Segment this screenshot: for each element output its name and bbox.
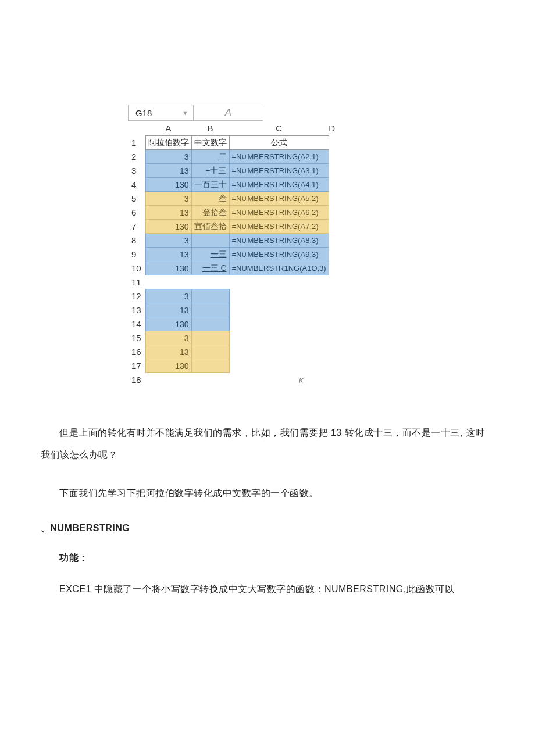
cell[interactable]: 13 <box>145 303 191 317</box>
row-header[interactable]: 10 <box>128 261 145 275</box>
row-header[interactable]: 17 <box>128 359 145 373</box>
row-header[interactable]: 9 <box>128 248 145 261</box>
cell[interactable]: 13 <box>145 206 191 220</box>
col-header-A[interactable]: A <box>145 121 191 136</box>
cell[interactable] <box>329 345 335 359</box>
formula-bar[interactable]: A <box>194 105 263 121</box>
cell[interactable]: 130 <box>145 178 191 192</box>
cell[interactable] <box>229 275 329 289</box>
cell[interactable]: −十三 <box>191 164 229 178</box>
cell[interactable]: 一百三十 <box>191 178 229 192</box>
col-header-C[interactable]: C <box>229 121 329 136</box>
cell[interactable] <box>329 150 335 164</box>
cell[interactable]: =N∪MBERSTRING(A2,1) <box>229 150 329 164</box>
row-header[interactable]: 1 <box>128 136 145 150</box>
cell[interactable] <box>145 275 191 289</box>
cell[interactable]: =N∪MBERSTRING(A9,3) <box>229 248 329 261</box>
cell[interactable] <box>329 136 335 150</box>
cell[interactable]: =NUMBERSTR1NG(A1O,3) <box>229 261 329 275</box>
table-row: 6 13 登拾叁 =N∪MBERSTRING(A6,2) <box>128 206 335 220</box>
cell[interactable] <box>229 345 329 359</box>
col-header-B[interactable]: B <box>191 121 229 136</box>
cell[interactable] <box>191 234 229 248</box>
cell[interactable] <box>229 331 329 345</box>
row-header[interactable]: 14 <box>128 317 145 331</box>
row-header[interactable]: 5 <box>128 192 145 206</box>
cell[interactable]: 一三 <box>191 248 229 261</box>
row-header[interactable]: 6 <box>128 206 145 220</box>
cell[interactable]: 登拾叁 <box>191 206 229 220</box>
cell[interactable] <box>191 359 229 373</box>
cell[interactable] <box>191 373 229 387</box>
cell[interactable] <box>329 192 335 206</box>
cell[interactable]: =N∪MBERSTRING(A5,2) <box>229 192 329 206</box>
name-box-value: G18 <box>135 108 152 118</box>
cell[interactable] <box>329 359 335 373</box>
row-header[interactable]: 12 <box>128 289 145 303</box>
cell[interactable]: =N∪MBERSTRING(A4,1) <box>229 178 329 192</box>
cell[interactable]: 130 <box>145 220 191 234</box>
cell[interactable] <box>329 234 335 248</box>
cell[interactable] <box>229 289 329 303</box>
cell[interactable]: 13 <box>145 248 191 261</box>
cell[interactable] <box>229 359 329 373</box>
cell[interactable]: 130 <box>145 317 191 331</box>
cell[interactable]: =N∪MBERSTRING(A7,2) <box>229 220 329 234</box>
cell[interactable]: κ <box>229 373 329 387</box>
cell[interactable]: 阿拉伯数字 <box>145 136 191 150</box>
cell[interactable]: 公式 <box>229 136 329 150</box>
cell[interactable]: 3 <box>145 289 191 303</box>
cell[interactable]: 3 <box>145 331 191 345</box>
cell[interactable] <box>191 331 229 345</box>
row-header[interactable]: 15 <box>128 331 145 345</box>
row-header[interactable]: 8 <box>128 234 145 248</box>
cell[interactable] <box>329 331 335 345</box>
row-header[interactable]: 18 <box>128 373 145 387</box>
cell[interactable] <box>229 303 329 317</box>
cell[interactable]: =N∪MBERSTRING(A6,2) <box>229 206 329 220</box>
row-header[interactable]: 4 <box>128 178 145 192</box>
cell[interactable]: =N∪MBERSTRING(A8,3) <box>229 234 329 248</box>
cell[interactable]: 13 <box>145 345 191 359</box>
row-header[interactable]: 2 <box>128 150 145 164</box>
cell[interactable] <box>329 373 335 387</box>
cell[interactable]: 130 <box>145 261 191 275</box>
cell[interactable] <box>191 303 229 317</box>
cell[interactable] <box>329 248 335 261</box>
name-box[interactable]: G18 ▼ <box>129 105 194 121</box>
cell[interactable] <box>191 345 229 359</box>
cell[interactable]: 3 <box>145 192 191 206</box>
cell[interactable]: 叁 <box>191 192 229 206</box>
paragraph-2: 下面我们先学习下把阿拉伯数字转化成中文数字的一个函数。 <box>41 482 494 504</box>
row-header[interactable]: 13 <box>128 303 145 317</box>
cell[interactable]: 130 <box>145 359 191 373</box>
cell[interactable] <box>191 317 229 331</box>
cell[interactable] <box>229 317 329 331</box>
cell[interactable]: 中文数字 <box>191 136 229 150</box>
cell[interactable]: 3 <box>145 234 191 248</box>
cell[interactable]: =N∪MBERSTRING(A3,1) <box>229 164 329 178</box>
cell[interactable] <box>329 261 335 275</box>
cell[interactable]: 二 <box>191 150 229 164</box>
cell[interactable]: 宣佰叁拾 <box>191 220 229 234</box>
cell[interactable]: 3 <box>145 150 191 164</box>
cell[interactable] <box>191 289 229 303</box>
row-header[interactable]: 3 <box>128 164 145 178</box>
cell[interactable] <box>329 164 335 178</box>
cell[interactable] <box>329 220 335 234</box>
cell[interactable] <box>145 373 191 387</box>
cell[interactable]: 13 <box>145 164 191 178</box>
col-header-D[interactable]: D <box>329 121 335 136</box>
cell[interactable] <box>191 275 229 289</box>
cell[interactable] <box>329 289 335 303</box>
cell[interactable] <box>329 275 335 289</box>
cell[interactable] <box>329 206 335 220</box>
row-header[interactable]: 16 <box>128 345 145 359</box>
table-row: 13 13 <box>128 303 335 317</box>
row-header[interactable]: 11 <box>128 275 145 289</box>
cell[interactable] <box>329 303 335 317</box>
row-header[interactable]: 7 <box>128 220 145 234</box>
cell[interactable] <box>329 317 335 331</box>
cell[interactable]: 一三 C <box>191 261 229 275</box>
cell[interactable] <box>329 178 335 192</box>
